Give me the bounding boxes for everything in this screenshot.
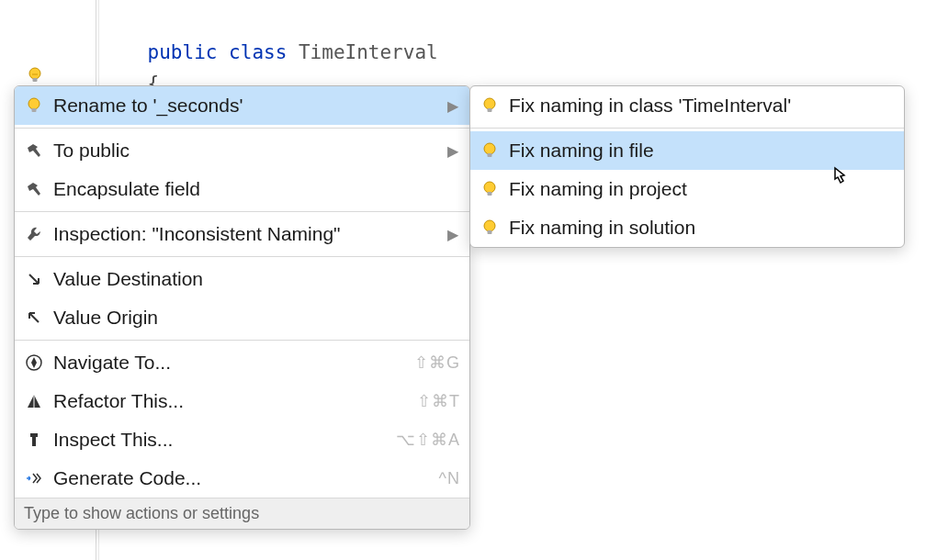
menu-item-label: Fix naming in project (509, 178, 895, 200)
wrench-icon (24, 225, 44, 243)
bulb-icon (480, 218, 500, 237)
svg-rect-13 (488, 230, 492, 234)
svg-point-12 (484, 220, 495, 231)
menu-item-label: Rename to '_seconds' (53, 95, 438, 117)
menu-item-label: Refactor This... (53, 390, 408, 412)
menu-separator (15, 211, 469, 212)
menu-separator (15, 340, 469, 341)
menu-item-label: Fix naming in solution (509, 217, 895, 239)
menu-item-label: To public (53, 140, 438, 162)
svg-rect-9 (488, 153, 492, 157)
menu-item-shortcut: ⌥⇧⌘A (396, 430, 460, 450)
menu-item-shortcut: ^N (439, 469, 460, 488)
pyramid-icon (24, 392, 44, 410)
menu-item[interactable]: To public▶ (15, 131, 469, 170)
svg-point-2 (28, 98, 40, 109)
menu-item[interactable]: Fix naming in file (470, 131, 904, 170)
hammer-icon (24, 180, 44, 198)
type-name: TimeInterval (299, 41, 438, 63)
svg-rect-7 (488, 108, 492, 112)
bulb-icon (480, 180, 500, 198)
submenu-arrow-icon: ▶ (447, 97, 458, 115)
menu-item-label: Inspect This... (53, 429, 387, 451)
menu-item[interactable]: Fix naming in project (470, 170, 904, 208)
lightbulb-icon (26, 66, 44, 84)
menu-item[interactable]: Refactor This...⇧⌘T (15, 382, 469, 420)
menu-item[interactable]: Generate Code...^N (15, 459, 469, 498)
menu-separator (470, 128, 904, 129)
context-actions-menu[interactable]: Rename to '_seconds'▶To public▶Encapsula… (14, 85, 470, 530)
menu-item-label: Value Origin (53, 307, 460, 329)
generate-icon (24, 469, 44, 487)
menu-item-label: Navigate To... (53, 352, 405, 374)
menu-item[interactable]: Fix naming in class 'TimeInterval' (470, 86, 904, 125)
menu-item-label: Generate Code... (53, 467, 430, 489)
keyword-class: class (229, 41, 287, 63)
svg-rect-1 (33, 78, 38, 82)
keyword-public: public (148, 41, 218, 63)
svg-rect-3 (32, 108, 37, 112)
menu-item-label: Value Destination (53, 268, 460, 290)
arrow-ul-icon (24, 308, 44, 327)
menu-item[interactable]: Encapsulate field (15, 170, 469, 208)
svg-point-8 (484, 143, 495, 154)
menu-item-shortcut: ⇧⌘G (414, 353, 460, 373)
submenu-arrow-icon: ▶ (447, 142, 458, 160)
svg-rect-11 (488, 192, 492, 196)
menu-item[interactable]: Navigate To...⇧⌘G (15, 343, 469, 382)
svg-point-6 (484, 98, 495, 109)
menu-item[interactable]: Value Origin (15, 298, 469, 337)
menu-separator (15, 256, 469, 257)
menu-item-label: Encapsulate field (53, 178, 460, 200)
menu-item[interactable]: Fix naming in solution (470, 208, 904, 247)
context-actions-submenu[interactable]: Fix naming in class 'TimeInterval'Fix na… (469, 85, 905, 248)
menu-item[interactable]: Value Destination (15, 260, 469, 298)
menu-item-label: Fix naming in file (509, 140, 895, 162)
submenu-arrow-icon: ▶ (447, 226, 458, 243)
menu-footer-hint: Type to show actions or settings (15, 498, 469, 529)
svg-rect-5 (30, 433, 38, 437)
menu-item-shortcut: ⇧⌘T (417, 391, 460, 411)
menu-item-label: Inspection: "Inconsistent Naming" (53, 223, 438, 245)
svg-point-0 (29, 68, 40, 79)
menu-item-label: Fix naming in class 'TimeInterval' (509, 95, 895, 117)
hammer-icon (24, 141, 44, 160)
inspect-icon (24, 431, 44, 449)
arrow-dr-icon (24, 270, 44, 288)
code-line-1: public class TimeInterval (101, 41, 438, 63)
menu-item[interactable]: Rename to '_seconds'▶ (15, 86, 469, 125)
compass-icon (24, 353, 44, 372)
menu-separator (15, 128, 469, 129)
menu-item[interactable]: Inspection: "Inconsistent Naming"▶ (15, 215, 469, 253)
menu-item[interactable]: Inspect This...⌥⇧⌘A (15, 420, 469, 459)
bulb-icon (24, 96, 44, 115)
bulb-icon (480, 96, 500, 115)
bulb-icon (480, 141, 500, 160)
svg-point-10 (484, 182, 495, 193)
